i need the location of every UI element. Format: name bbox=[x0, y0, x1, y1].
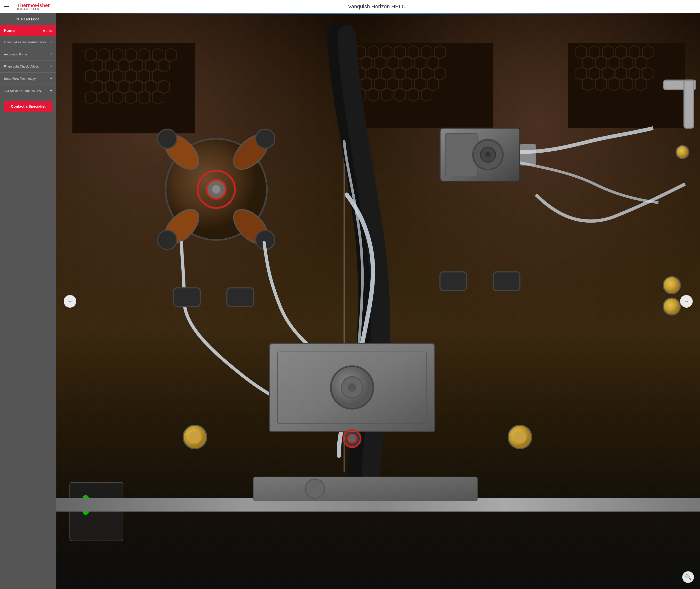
expand-icon: + bbox=[50, 88, 52, 93]
back-chevron-icon: ◀ bbox=[42, 29, 44, 32]
back-label: Back bbox=[45, 29, 52, 33]
logo-fisher: Fisher bbox=[35, 3, 49, 8]
menu-button[interactable] bbox=[0, 0, 13, 13]
reset-icon: ↻ bbox=[16, 17, 19, 21]
page-title: Vanquish Horizon HPLC bbox=[53, 3, 350, 10]
logo: ThermoFisher SCIENTIFIC bbox=[17, 3, 49, 10]
expand-icon: + bbox=[50, 40, 52, 45]
sidebar-item-valves[interactable]: Fingertight Check Valves + bbox=[0, 60, 56, 73]
sidebar-item-solvent-label: 2x3 Solvent Channels HPG bbox=[4, 89, 42, 92]
sidebar-item-solvent[interactable]: 2x3 Solvent Channels HPG + bbox=[0, 85, 56, 97]
scan-line bbox=[56, 13, 350, 14]
sidebar-item-industry-label: Industry-Leading Performance bbox=[4, 40, 46, 44]
sidebar-item-purge[interactable]: Automatic Purge + bbox=[0, 48, 56, 60]
pump-label: Pump bbox=[4, 28, 15, 33]
sidebar: ↻ Reset Model Pump ◀ Back Industry-Leadi… bbox=[0, 13, 56, 294]
machine-background bbox=[56, 13, 350, 294]
visualization-container: ← → 🔍 bbox=[56, 13, 350, 294]
reset-model-button[interactable]: ↻ Reset Model bbox=[0, 13, 56, 25]
header: ThermoFisher SCIENTIFIC Vanquish Horizon… bbox=[0, 0, 350, 13]
sidebar-item-smartflow-label: SmartFlow Technology bbox=[4, 77, 36, 80]
hamburger-icon bbox=[4, 5, 9, 8]
logo-thermo: Thermo bbox=[17, 3, 35, 8]
logo-scientific: SCIENTIFIC bbox=[17, 8, 49, 10]
reset-model-label: Reset Model bbox=[21, 17, 40, 21]
back-button[interactable]: ◀ Back bbox=[42, 29, 52, 33]
logo-area: ThermoFisher SCIENTIFIC bbox=[13, 3, 53, 10]
expand-icon: + bbox=[50, 76, 52, 81]
expand-icon: + bbox=[50, 52, 52, 57]
pump-header[interactable]: Pump ◀ Back bbox=[0, 25, 56, 36]
sidebar-item-valves-label: Fingertight Check Valves bbox=[4, 65, 39, 68]
sidebar-item-industry[interactable]: Industry-Leading Performance + bbox=[0, 36, 56, 48]
sidebar-item-purge-label: Automatic Purge bbox=[4, 52, 27, 56]
main-content: ← → 🔍 bbox=[56, 13, 350, 294]
contact-specialist-button[interactable]: Contact a Specialist bbox=[4, 101, 52, 112]
expand-icon: + bbox=[50, 64, 52, 69]
sidebar-item-smartflow[interactable]: SmartFlow Technology + bbox=[0, 73, 56, 85]
